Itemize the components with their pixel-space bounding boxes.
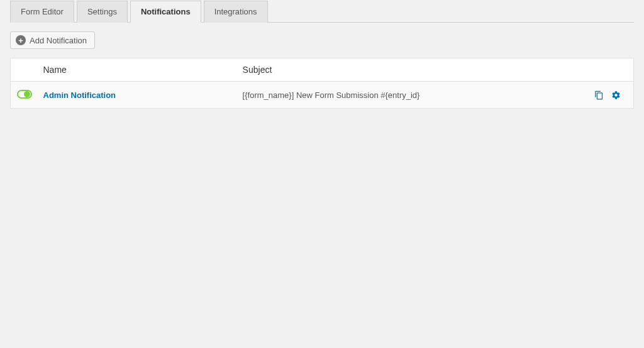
table-row: Admin Notification [{form_name}] New For… (11, 82, 634, 109)
col-header-name: Name (36, 58, 235, 82)
tabs-bar: Form Editor Settings Notifications Integ… (10, 0, 634, 23)
tab-settings[interactable]: Settings (77, 1, 128, 23)
enable-toggle[interactable] (17, 90, 32, 99)
col-header-actions (577, 58, 634, 82)
notifications-table: Name Subject Admin Notification [{form_n… (10, 58, 634, 109)
col-header-toggle (11, 58, 36, 82)
add-notification-button[interactable]: + Add Notification (10, 31, 95, 49)
duplicate-icon[interactable] (594, 89, 604, 101)
plus-icon: + (16, 35, 26, 45)
notification-name-link[interactable]: Admin Notification (43, 90, 116, 100)
tab-notifications[interactable]: Notifications (130, 1, 201, 23)
add-notification-label: Add Notification (30, 36, 87, 45)
tab-integrations[interactable]: Integrations (204, 1, 268, 23)
toolbar: + Add Notification (10, 23, 634, 58)
col-header-subject: Subject (235, 58, 577, 82)
tab-form-editor[interactable]: Form Editor (10, 1, 74, 23)
gear-icon[interactable] (611, 89, 621, 101)
notification-subject: [{form_name}] New Form Submission #{entr… (243, 90, 420, 100)
